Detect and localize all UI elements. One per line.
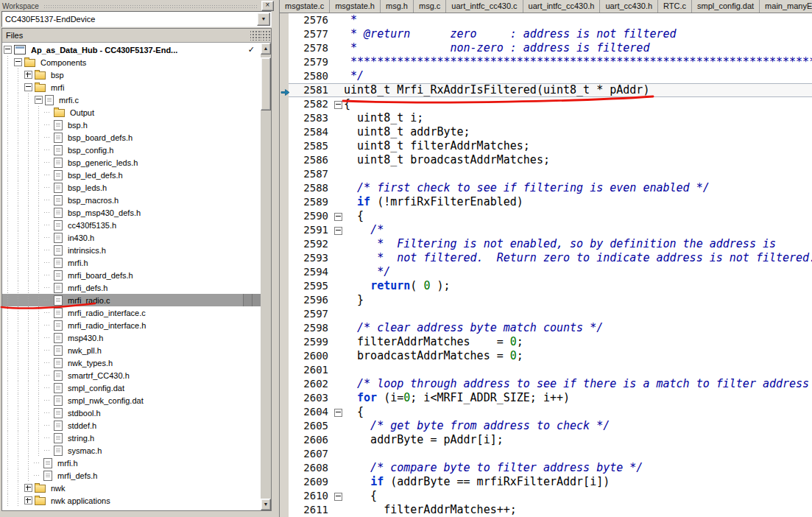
tree-item[interactable]: Components bbox=[2, 56, 261, 68]
code-line[interactable]: 2597 bbox=[280, 307, 812, 321]
breakpoint-margin[interactable] bbox=[280, 251, 289, 265]
code-line[interactable]: 2594 */ bbox=[280, 265, 812, 279]
breakpoint-margin[interactable] bbox=[280, 55, 289, 69]
code-line[interactable]: 2602 /* loop through address to see if t… bbox=[280, 377, 812, 391]
code-line[interactable]: 2609 if (addrByte == mrfiRxFilterAddr[i]… bbox=[280, 475, 812, 489]
scrollbar-track[interactable] bbox=[261, 54, 271, 499]
code-line[interactable]: 2590 { bbox=[280, 209, 812, 223]
code-line[interactable]: 2592 * Filtering is not enabled, so by d… bbox=[280, 237, 812, 251]
breakpoint-margin[interactable] bbox=[280, 209, 289, 223]
expand-plus-icon[interactable] bbox=[24, 496, 32, 504]
breakpoint-margin[interactable] bbox=[280, 447, 289, 461]
code-line[interactable]: 2591 /* bbox=[280, 223, 812, 237]
breakpoint-margin[interactable] bbox=[280, 69, 289, 83]
breakpoint-margin[interactable] bbox=[280, 181, 289, 195]
breakpoint-margin[interactable] bbox=[280, 461, 289, 475]
code-line[interactable]: 2610 { bbox=[280, 489, 812, 503]
tree-item[interactable]: string.h bbox=[2, 432, 261, 444]
breakpoint-margin[interactable] bbox=[280, 125, 289, 139]
workspace-title-bar[interactable]: Workspace × bbox=[0, 0, 275, 11]
tree-item[interactable]: mrfi_radio.c bbox=[2, 294, 261, 306]
tree-item[interactable]: cc430f5135.h bbox=[2, 219, 261, 231]
code-line[interactable]: 2582{ bbox=[280, 97, 812, 111]
code-line[interactable]: 2578 * non-zero : address is filtered bbox=[280, 41, 812, 55]
scroll-up-icon[interactable]: ▲ bbox=[261, 43, 271, 54]
tree-item[interactable]: bsp.h bbox=[2, 119, 261, 131]
breakpoint-margin[interactable] bbox=[280, 307, 289, 321]
breakpoint-margin[interactable] bbox=[280, 223, 289, 237]
fold-minus-icon[interactable] bbox=[334, 227, 342, 235]
tree-item[interactable]: mrfi_radio_interface.h bbox=[2, 319, 261, 331]
scrollbar-thumb[interactable] bbox=[261, 57, 271, 110]
tree-item[interactable]: smpl_nwk_config.dat bbox=[2, 394, 261, 407]
code-line[interactable]: 2600 broadcastAddrMatches = 0; bbox=[280, 349, 812, 363]
code-line[interactable]: 2593 * not filtered. Return zero to indi… bbox=[280, 251, 812, 265]
breakpoint-margin[interactable] bbox=[280, 377, 289, 391]
code-line[interactable]: 2606 addrByte = pAddr[i]; bbox=[280, 433, 812, 447]
code-line[interactable]: 2583 uint8_t i; bbox=[280, 111, 812, 125]
code-line[interactable]: 2580 */ bbox=[280, 69, 812, 83]
breakpoint-margin[interactable] bbox=[280, 279, 289, 293]
breakpoint-margin[interactable] bbox=[280, 139, 289, 153]
breakpoint-margin[interactable] bbox=[280, 349, 289, 363]
breakpoint-margin[interactable] bbox=[280, 167, 289, 181]
tree-item[interactable]: bsp_msp430_defs.h bbox=[2, 206, 261, 219]
tree-item[interactable]: msp430.h bbox=[2, 331, 261, 344]
breakpoint-margin[interactable] bbox=[280, 419, 289, 433]
tree-item[interactable]: smartrf_CC430.h bbox=[2, 369, 261, 381]
code-line[interactable]: 2608 /* compare byte to filter address b… bbox=[280, 461, 812, 475]
files-option-icon[interactable] bbox=[261, 31, 270, 41]
code-line[interactable]: 2611 filterAddrMatches++; bbox=[280, 503, 812, 517]
code-line[interactable]: 2586 uint8_t broadcastAddrMatches; bbox=[280, 153, 812, 167]
code-line[interactable]: 2579 ***********************************… bbox=[280, 55, 812, 69]
breakpoint-margin[interactable] bbox=[280, 265, 289, 279]
editor-tab[interactable]: main_manyEDs_autoack bbox=[760, 0, 812, 13]
code-line[interactable]: 2589 if (!mrfiRxFilterEnabled) bbox=[280, 195, 812, 209]
collapse-minus-icon[interactable] bbox=[35, 96, 43, 104]
tree-item[interactable]: Output bbox=[2, 106, 261, 119]
tree-item[interactable]: smpl_config.dat bbox=[2, 381, 261, 394]
breakpoint-margin[interactable] bbox=[280, 489, 289, 503]
chevron-down-icon[interactable]: ▼ bbox=[257, 13, 270, 26]
code-line[interactable]: 2607 bbox=[280, 447, 812, 461]
tree-item[interactable]: mrfi.c bbox=[2, 94, 261, 106]
breakpoint-margin[interactable] bbox=[280, 391, 289, 405]
tree-item[interactable]: nwk_pll.h bbox=[2, 344, 261, 356]
fold-minus-icon[interactable] bbox=[334, 213, 342, 221]
tree-item[interactable]: bsp_board_defs.h bbox=[2, 131, 261, 144]
tree-item[interactable]: mrfi.h bbox=[2, 457, 261, 469]
tree-item[interactable]: mrfi_defs.h bbox=[2, 281, 261, 294]
collapse-minus-icon[interactable] bbox=[14, 58, 22, 66]
editor-tab[interactable]: msg.c bbox=[414, 0, 446, 13]
breakpoint-margin[interactable] bbox=[280, 27, 289, 41]
tree-item[interactable]: Ap_as_Data_Hub - CC430F5137-End...✓ bbox=[2, 43, 261, 56]
editor-tab[interactable]: msg.h bbox=[381, 0, 414, 13]
panel-grip[interactable] bbox=[43, 4, 258, 9]
editor-tab[interactable]: msgstate.c bbox=[280, 0, 330, 13]
tree-item[interactable]: sysmac.h bbox=[2, 444, 261, 457]
expand-plus-icon[interactable] bbox=[24, 71, 32, 79]
code-line[interactable]: 2587 bbox=[280, 167, 812, 181]
editor-tab[interactable]: uart_intfc_cc430.c bbox=[446, 0, 523, 13]
breakpoint-margin[interactable] bbox=[280, 363, 289, 377]
breakpoint-margin[interactable] bbox=[280, 475, 289, 489]
code-line[interactable]: 2584 uint8_t addrByte; bbox=[280, 125, 812, 139]
code-line[interactable]: 2596 } bbox=[280, 293, 812, 307]
tree-item[interactable]: in430.h bbox=[2, 231, 261, 244]
tree-item[interactable]: nwk bbox=[2, 482, 261, 494]
breakpoint-margin[interactable] bbox=[280, 293, 289, 307]
editor-tab[interactable]: uart_cc430.h bbox=[600, 0, 658, 13]
configuration-dropdown[interactable]: CC430F5137-EndDevice ▼ bbox=[1, 11, 272, 27]
code-line[interactable]: 2598 /* clear address byte match counts … bbox=[280, 321, 812, 335]
close-icon[interactable]: × bbox=[261, 1, 274, 11]
tree-item[interactable]: bsp bbox=[2, 68, 261, 81]
scroll-down-icon[interactable]: ▼ bbox=[261, 499, 271, 510]
code-line[interactable]: 2581uint8_t Mrfi_RxAddrIsFiltered(uint8_… bbox=[280, 83, 812, 97]
breakpoint-margin[interactable] bbox=[280, 13, 289, 27]
breakpoint-margin[interactable] bbox=[280, 111, 289, 125]
editor-tab[interactable]: uart_intfc_cc430.h bbox=[523, 0, 601, 13]
code-line[interactable]: 2601 bbox=[280, 363, 812, 377]
breakpoint-margin[interactable] bbox=[280, 335, 289, 349]
code-line[interactable]: 2576 * bbox=[280, 13, 812, 27]
code-line[interactable]: 2588 /* first check to see if filtering … bbox=[280, 181, 812, 195]
